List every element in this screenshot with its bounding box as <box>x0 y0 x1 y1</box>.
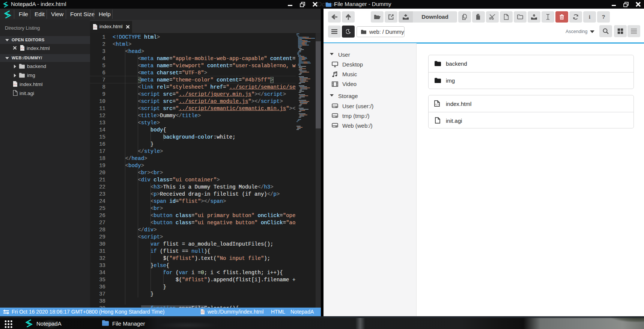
svg-text:</>: </> <box>435 103 439 106</box>
svg-text:<>: <> <box>14 83 17 86</box>
svg-text:<>: <> <box>201 311 204 314</box>
svg-text:<>: <> <box>93 26 96 29</box>
svg-text:<>: <> <box>21 47 24 50</box>
